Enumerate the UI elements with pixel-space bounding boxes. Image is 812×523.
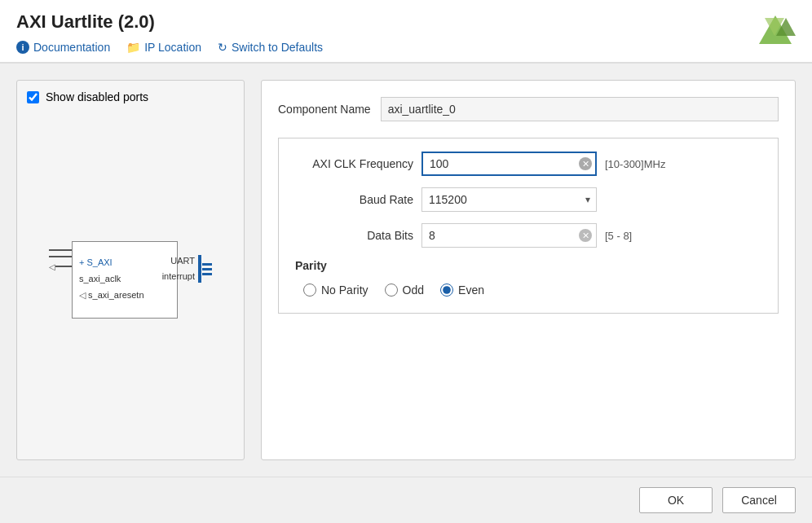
port-s-axi: + S_AXI — [79, 255, 170, 271]
axi-clk-row: AXI CLK Frequency ✕ [10-300]MHz — [295, 152, 761, 176]
parity-section: Parity No Parity Odd Even — [295, 259, 761, 297]
s-axi-connector — [49, 249, 73, 251]
component-name-input[interactable] — [381, 97, 779, 121]
axi-clk-input[interactable] — [421, 152, 597, 176]
show-disabled-label[interactable]: Show disabled ports — [46, 90, 148, 103]
data-bits-label: Data Bits — [295, 229, 413, 242]
parity-no-parity-radio[interactable] — [303, 283, 316, 297]
data-bits-hint: [5 - 8] — [605, 230, 632, 242]
data-bits-clear-button[interactable]: ✕ — [579, 229, 592, 242]
baud-rate-label: Baud Rate — [295, 193, 413, 206]
parity-odd-label: Odd — [403, 283, 424, 297]
parity-no-parity-label: No Parity — [321, 283, 368, 297]
parity-odd-option[interactable]: Odd — [385, 283, 424, 297]
interrupt-label: interrupt — [162, 269, 195, 285]
folder-icon: 📁 — [126, 41, 140, 54]
baud-rate-row: Baud Rate 115200 9600 19200 38400 57600 … — [295, 187, 761, 212]
axi-clk-clear-button[interactable]: ✕ — [579, 157, 592, 170]
data-bits-input[interactable] — [421, 223, 597, 248]
parity-no-parity-option[interactable]: No Parity — [303, 283, 368, 297]
info-icon: i — [16, 41, 29, 54]
app-title: AXI Uartlite (2.0) — [16, 11, 796, 33]
axi-clk-label: AXI CLK Frequency — [295, 157, 413, 170]
right-panel: Component Name AXI CLK Frequency ✕ [10-3… — [261, 80, 796, 460]
parity-even-radio[interactable] — [440, 283, 453, 297]
s-axi-aclk-connector — [49, 256, 73, 257]
xilinx-logo — [755, 11, 796, 55]
uart-label: UART — [162, 253, 195, 270]
left-panel: Show disabled ports ◁ — [16, 80, 245, 460]
aresetn-connector: ◁ — [49, 262, 73, 271]
switch-defaults-button[interactable]: ↻ Switch to Defaults — [218, 41, 323, 54]
refresh-icon: ↻ — [218, 41, 227, 54]
parity-even-option[interactable]: Even — [440, 283, 484, 297]
parity-title: Parity — [295, 259, 761, 272]
parity-odd-radio[interactable] — [385, 283, 398, 297]
ip-location-button[interactable]: 📁 IP Location — [126, 41, 201, 54]
port-aresetn: ◁ s_axi_aresetn — [79, 288, 170, 304]
show-disabled-checkbox[interactable] — [27, 91, 39, 103]
ok-button[interactable]: OK — [639, 487, 713, 513]
right-connector: UART interrupt — [162, 253, 212, 286]
axi-clk-hint: [10-300]MHz — [605, 158, 665, 170]
footer: OK Cancel — [0, 477, 812, 523]
component-name-label: Component Name — [278, 103, 371, 116]
documentation-button[interactable]: i Documentation — [16, 41, 110, 54]
data-bits-row: Data Bits ✕ [5 - 8] — [295, 223, 761, 248]
cancel-button[interactable]: Cancel — [722, 487, 796, 513]
port-s-axi-aclk: s_axi_aclk — [79, 271, 170, 288]
parity-even-label: Even — [458, 283, 484, 297]
baud-rate-select[interactable]: 115200 9600 19200 38400 57600 — [421, 187, 597, 212]
